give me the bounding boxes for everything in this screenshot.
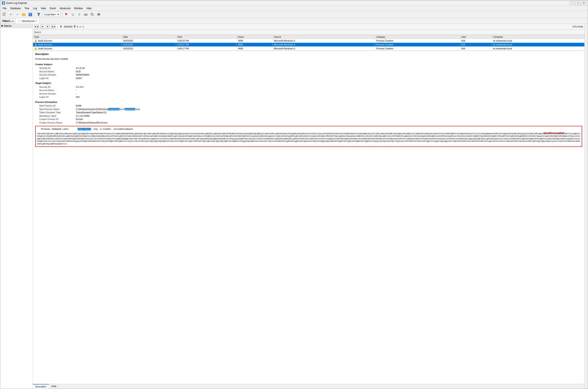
cmd-line-value: powershell -nop -w hidden -encodedcomman… <box>78 128 133 131</box>
filter-count: 3 <box>77 26 78 28</box>
description-panel: Description A new process has been creat… <box>33 51 585 384</box>
powershell-cmd-highlight: powershell <box>78 128 91 130</box>
maximize-button[interactable]: □ <box>576 1 581 5</box>
object-toggle[interactable]: ▲ <box>12 20 14 22</box>
col-time[interactable]: Time <box>176 35 237 39</box>
proc-name: New Process Name: C:\Windows\System32\Wi… <box>39 107 582 111</box>
remove-button[interactable]: − <box>14 12 20 17</box>
svg-rect-8 <box>30 14 31 16</box>
menu-file[interactable]: File <box>1 6 8 10</box>
toolbar: + − <Load filter> ▼ ⚑ ⋁ ↺ <box>0 11 588 18</box>
nav-next[interactable]: ► <box>46 25 50 29</box>
menu-log[interactable]: Log <box>31 6 39 10</box>
open-button[interactable] <box>21 12 27 17</box>
new-button[interactable] <box>1 12 7 17</box>
menu-database[interactable]: Database <box>8 6 22 10</box>
svg-point-13 <box>91 13 93 15</box>
svg-marker-19 <box>73 26 76 28</box>
cell-category: Process Creation <box>375 39 460 43</box>
table-row[interactable]: 🔒 Audit Success 3/25/2022 3:49:17 PM 468… <box>33 47 585 51</box>
menu-advanced[interactable]: Advanced <box>58 6 72 10</box>
col-computer[interactable]: Computer <box>492 35 584 39</box>
col-category[interactable]: Category <box>375 35 460 39</box>
cell-source: Microsoft-Windows-S <box>273 39 375 43</box>
binoculars-button[interactable] <box>83 12 89 17</box>
cell-computer: dc.windomain.local <box>492 47 584 51</box>
svg-line-14 <box>93 15 94 16</box>
table-row[interactable]: 🔒 Audit Success 3/25/2022 3:49:32 PM 468… <box>33 39 585 43</box>
funnel-button[interactable]: ⋁ <box>70 12 76 17</box>
menu-help[interactable]: Help <box>85 6 93 10</box>
mandatory-label: Mandatory Label: S-1-16-16384 <box>39 114 582 118</box>
filter-label: <Load filter> <box>44 13 56 16</box>
app-icon: 📋 <box>2 1 5 5</box>
target-label: Target Subject: <box>35 81 582 85</box>
utc-label: UTC+8:00 <box>573 26 583 28</box>
cell-type: 🔒 Audit Success <box>33 39 122 43</box>
menu-view[interactable]: View <box>39 6 48 10</box>
right-scroll-panel <box>585 24 588 389</box>
export-icon[interactable]: ⬇ <box>60 25 62 28</box>
minimize-button[interactable]: ─ <box>570 1 575 5</box>
menu-event[interactable]: Event <box>48 6 58 10</box>
tab-data[interactable]: Data <box>49 384 59 389</box>
col-source[interactable]: Source <box>273 35 375 39</box>
col-date[interactable]: Date <box>122 35 176 39</box>
shield-icon: 🔒 <box>34 39 37 42</box>
shield-icon: 🔒 <box>34 43 37 46</box>
cell-type: 🔒 Audit Success <box>33 47 122 51</box>
filter-dropdown[interactable]: <Load filter> ▼ <box>42 12 61 17</box>
record-count: 3516549 <box>64 26 72 28</box>
table-row[interactable]: 🔒 Audit Success 3/25/2022 3:49:27 PM 468… <box>33 43 585 47</box>
process-section: Process Information: New Process ID: 0xf… <box>35 100 582 125</box>
nav-last[interactable]: ►► <box>52 25 56 29</box>
col-user[interactable]: User <box>460 35 492 39</box>
object-label: Object... ▲ <box>0 18 16 24</box>
file-icon: 📄 <box>18 19 21 22</box>
process-label: Process Information: <box>35 100 582 104</box>
cmd-line-field: Process Command Line: powershell -nop -w… <box>41 128 581 131</box>
nav-first[interactable]: ◄◄ <box>34 25 38 29</box>
search-button[interactable] <box>89 12 95 17</box>
cmd-args: -nop -w hidden -encodedcommand <box>93 128 133 130</box>
app-window: 📋 Event Log Explorer ─ □ ✕ File Database… <box>0 0 588 389</box>
main-layout: ▶ Task te ◄◄ ◄ ► ►► ⬇ 3516549 3 1 <box>0 24 588 389</box>
cell-event: 4688 <box>237 47 273 51</box>
refresh-button[interactable]: ↺ <box>76 12 82 17</box>
menu-window[interactable]: Window <box>72 6 85 10</box>
title-bar-controls: ─ □ ✕ <box>570 1 586 5</box>
title-bar-left: 📋 Event Log Explorer <box>2 1 27 5</box>
file-tab[interactable]: 📄 Security.evtx ✕ <box>16 18 39 24</box>
col-type[interactable]: Type <box>33 35 122 39</box>
save-button[interactable] <box>28 12 33 17</box>
print-button[interactable] <box>96 12 102 17</box>
red-filter-button[interactable]: ⚑ <box>63 12 69 17</box>
creator-pname: Creator Process Name: C:\Windows\System3… <box>39 121 582 125</box>
svg-rect-12 <box>85 14 86 15</box>
col-event[interactable]: Event <box>237 35 273 39</box>
file-tab-label: Security.evtx <box>22 20 35 22</box>
creator-label: Creator Subject: <box>35 63 582 66</box>
creator-account: Account Name: DC$ <box>39 70 582 73</box>
add-button[interactable]: + <box>8 12 14 17</box>
tab-description[interactable]: Description <box>33 384 49 389</box>
base64-label: base64 encoded <box>544 131 564 135</box>
encoded-data: JABzAD0ATgBlAHcALQBPAGIAaABqAGUAYwB0ACgA… <box>37 132 581 145</box>
nav-prev[interactable]: ◄ <box>40 25 44 29</box>
info-sep <box>58 25 58 29</box>
file-tab-close[interactable]: ✕ <box>35 20 37 22</box>
menu-tree[interactable]: Tree <box>23 6 31 10</box>
svg-rect-17 <box>98 15 99 16</box>
target-domain: Account Domain: - <box>39 92 582 96</box>
object-label-bar: Object... ▲ 📄 Security.evtx ✕ <box>0 18 588 24</box>
close-button[interactable]: ✕ <box>581 1 586 5</box>
cell-category: Process Creation <box>375 43 460 47</box>
target-sid: Security ID: S-1-0-0 <box>39 85 582 89</box>
cmd-line-key: Process Command Line: <box>41 128 78 131</box>
toolbar-sep-1 <box>34 12 35 17</box>
creator-sid: Security ID: S-1-5-18 <box>39 66 582 70</box>
filter-button[interactable] <box>36 12 41 17</box>
svg-marker-9 <box>37 13 40 16</box>
record-count-badge: 3516549 3 1 <box>64 25 84 28</box>
target-section: Target Subject: Security ID: S-1-0-0 Acc… <box>35 81 582 99</box>
